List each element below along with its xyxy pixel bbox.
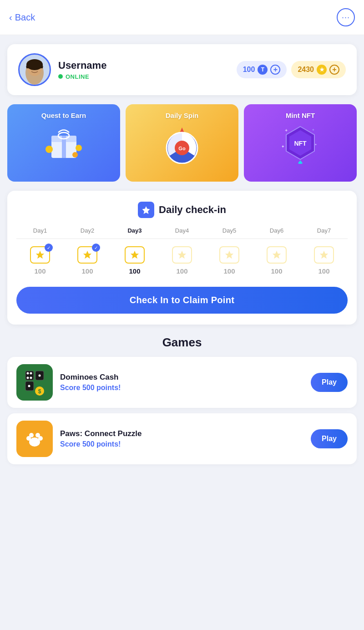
star-balance: 2430 xyxy=(298,66,314,74)
checkin-icon xyxy=(138,202,154,218)
online-text: ONLINE xyxy=(66,73,89,80)
day-label-5: Day5 xyxy=(206,227,253,234)
star-item-3: 100 xyxy=(111,246,158,275)
dominoes-score-value: 500 xyxy=(82,384,95,391)
svg-point-51 xyxy=(35,433,40,437)
games-title: Games xyxy=(7,335,357,350)
online-dot xyxy=(58,74,63,79)
svg-point-41 xyxy=(28,385,30,387)
svg-marker-31 xyxy=(225,251,233,259)
checkin-card: Daily check-in Day1 Day2 Day3 Day4 Day5 … xyxy=(7,191,357,325)
svg-rect-34 xyxy=(21,369,48,396)
check-badge-1: ✓ xyxy=(45,244,53,252)
avatar-image xyxy=(20,56,49,85)
day-label-6: Day6 xyxy=(253,227,300,234)
svg-text:✦: ✦ xyxy=(281,144,285,149)
avatar xyxy=(18,53,51,86)
more-button[interactable]: ··· xyxy=(337,8,355,26)
star-box-4 xyxy=(172,246,192,264)
quest-image xyxy=(42,123,86,163)
star-stat: 2430 ★ + xyxy=(291,61,346,78)
svg-marker-29 xyxy=(131,251,139,259)
quest-card[interactable]: Quest to Earn xyxy=(7,104,120,182)
add-token-button[interactable]: + xyxy=(270,65,280,75)
svg-marker-30 xyxy=(178,251,186,259)
svg-point-43 xyxy=(39,375,41,377)
nft-image: NFT ✦ ✦ ✦ ✦ xyxy=(279,123,322,166)
profile-card: Username ONLINE 100 T + 2430 ★ + xyxy=(7,44,357,95)
day1-val: 100 xyxy=(34,267,46,275)
back-button[interactable]: ‹ Back xyxy=(9,12,35,23)
day-divider xyxy=(16,239,348,239)
token-balance: 100 xyxy=(243,66,255,74)
dominoes-play-button[interactable]: Play xyxy=(311,373,348,392)
day6-val: 100 xyxy=(271,267,282,275)
game-card-paws: Paws: Connect Puzzle Score 500 points! P… xyxy=(7,413,357,464)
star-box-1: ✓ xyxy=(30,246,50,264)
day7-val: 100 xyxy=(318,267,329,275)
checkin-button[interactable]: Check In to Claim Point xyxy=(16,287,348,314)
day-label-1: Day1 xyxy=(16,227,64,234)
spin-card[interactable]: Daily Spin Go xyxy=(126,104,238,182)
star-item-4: 100 xyxy=(158,246,206,275)
svg-text:$: $ xyxy=(38,388,41,395)
dominoes-score-suffix: points! xyxy=(95,384,121,391)
profile-stats: 100 T + 2430 ★ + xyxy=(237,61,346,78)
dominoes-score: Score 500 points! xyxy=(60,384,303,392)
star-box-6 xyxy=(267,246,287,264)
paws-score-suffix: points! xyxy=(95,440,121,448)
dominoes-thumbnail: $ xyxy=(16,364,53,401)
svg-point-50 xyxy=(29,433,34,437)
svg-marker-28 xyxy=(83,251,91,259)
spin-label: Daily Spin xyxy=(166,112,199,119)
svg-marker-27 xyxy=(36,251,44,259)
day5-val: 100 xyxy=(223,267,235,275)
main-content: Username ONLINE 100 T + 2430 ★ + Quest t… xyxy=(0,35,364,479)
more-icon: ··· xyxy=(342,13,350,22)
svg-text:Go: Go xyxy=(178,146,186,151)
quest-label: Quest to Earn xyxy=(41,112,86,119)
checkin-title: Daily check-in xyxy=(159,204,226,216)
star-box-7 xyxy=(314,246,334,264)
day-label-3: Day3 xyxy=(111,227,158,234)
back-label: Back xyxy=(15,12,35,23)
dominoes-name: Dominoes Cash xyxy=(60,373,303,382)
token-stat: 100 T + xyxy=(237,61,287,78)
profile-name: Username xyxy=(58,60,229,71)
svg-point-39 xyxy=(30,377,32,379)
star-box-5 xyxy=(219,246,239,264)
svg-text:✦: ✦ xyxy=(284,128,288,133)
star-item-5: 100 xyxy=(206,246,253,275)
spin-image: Go xyxy=(161,123,204,166)
checkin-header: Daily check-in xyxy=(16,202,348,218)
nft-card[interactable]: Mint NFT NFT ✦ ✦ ✦ ✦ xyxy=(244,104,357,182)
star-icon: ★ xyxy=(317,65,327,75)
dominoes-info: Dominoes Cash Score 500 points! xyxy=(60,373,303,392)
paws-score-value: 500 xyxy=(82,440,95,448)
paws-play-button[interactable]: Play xyxy=(311,429,348,448)
svg-point-37 xyxy=(30,372,32,375)
profile-info: Username ONLINE xyxy=(58,60,229,80)
paws-thumbnail xyxy=(16,421,53,457)
online-status: ONLINE xyxy=(58,73,229,80)
paws-score-prefix: Score xyxy=(60,440,82,448)
star-box-2: ✓ xyxy=(77,246,97,264)
paws-info: Paws: Connect Puzzle Score 500 points! xyxy=(60,429,303,448)
check-badge-2: ✓ xyxy=(92,244,100,252)
dominoes-score-prefix: Score xyxy=(60,384,82,391)
day-label-4: Day4 xyxy=(158,227,206,234)
svg-text:✦: ✦ xyxy=(312,128,315,132)
star-item-1: ✓ 100 xyxy=(16,246,64,275)
paws-name: Paws: Connect Puzzle xyxy=(60,429,303,438)
day2-val: 100 xyxy=(81,267,93,275)
svg-point-36 xyxy=(27,372,29,375)
svg-point-11 xyxy=(72,152,78,158)
day-labels: Day1 Day2 Day3 Day4 Day5 Day6 Day7 xyxy=(16,227,348,234)
token-icon: T xyxy=(258,65,268,75)
header: ‹ Back ··· xyxy=(0,0,364,35)
add-star-button[interactable]: + xyxy=(329,65,339,75)
day3-val: 100 xyxy=(129,267,140,275)
svg-rect-35 xyxy=(25,371,34,380)
games-section: Games xyxy=(7,335,357,470)
svg-text:✦: ✦ xyxy=(314,143,317,146)
